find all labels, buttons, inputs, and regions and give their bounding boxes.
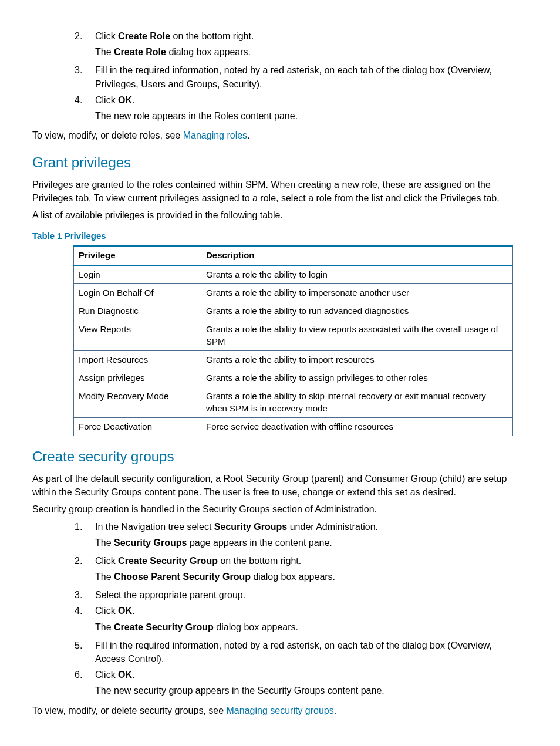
bold: OK: [118, 95, 132, 105]
step-number: 1: [75, 520, 95, 552]
text: The: [95, 47, 114, 57]
step-number: 6: [75, 668, 95, 700]
create-role-steps: 2 Click Create Role on the bottom right.…: [75, 29, 513, 125]
step-4: 4 Click OK. The new role appears in the …: [75, 93, 513, 125]
description-cell: Force service deactivation with offline …: [201, 417, 513, 436]
table-row: View ReportsGrants a role the ability to…: [74, 320, 513, 351]
managing-security-groups-link[interactable]: Managing security groups: [227, 706, 334, 715]
sg-p2: Security group creation is handled in th…: [32, 502, 513, 516]
step-2: 2 Click Create Role on the bottom right.…: [75, 29, 513, 61]
list-item: 6Click OK.The new security group appears…: [75, 668, 513, 700]
privilege-cell: Assign privileges: [74, 369, 201, 387]
col-description: Description: [201, 246, 513, 265]
privilege-cell: Modify Recovery Mode: [74, 387, 201, 418]
create-security-groups-heading: Create security groups: [32, 447, 513, 467]
description-cell: Grants a role the ability to skip intern…: [201, 387, 513, 418]
table-caption: Table 1 Privileges: [32, 229, 513, 242]
step-number: 4: [75, 604, 95, 636]
text: dialog box appears.: [166, 47, 251, 57]
text: To view, modify, or delete roles, see: [32, 130, 183, 140]
description-cell: Grants a role the ability to run advance…: [201, 302, 513, 320]
text: .: [132, 95, 134, 105]
privilege-cell: View Reports: [74, 320, 201, 351]
grant-privileges-heading: Grant privileges: [32, 153, 513, 173]
privilege-cell: Run Diagnostic: [74, 302, 201, 320]
privileges-table: Privilege Description LoginGrants a role…: [73, 245, 513, 436]
step-number: 3: [75, 63, 95, 90]
privilege-cell: Login On Behalf Of: [74, 283, 201, 302]
managing-roles-link[interactable]: Managing roles: [183, 130, 247, 140]
description-cell: Grants a role the ability to login: [201, 265, 513, 284]
sg-p1: As part of the default security configur…: [32, 472, 513, 499]
step-number: 2: [75, 554, 95, 586]
sg-footer: To view, modify, or delete security grou…: [32, 704, 513, 717]
table-row: Modify Recovery ModeGrants a role the ab…: [74, 387, 513, 418]
privilege-cell: Force Deactivation: [74, 417, 201, 436]
list-item: 2Click Create Security Group on the bott…: [75, 554, 513, 586]
list-item: 1In the Navigation tree select Security …: [75, 520, 513, 552]
step-number: 2: [75, 29, 95, 61]
grant-p1: Privileges are granted to the roles cont…: [32, 178, 513, 205]
description-cell: Grants a role the ability to assign priv…: [201, 369, 513, 387]
text: on the bottom right.: [170, 31, 254, 41]
text: Click: [95, 95, 118, 105]
step-number: 3: [75, 588, 95, 602]
step-3: 3 Fill in the required information, note…: [75, 63, 513, 90]
text: Fill in the required information, noted …: [95, 65, 492, 89]
table-row: Assign privilegesGrants a role the abili…: [74, 369, 513, 387]
table-row: Login On Behalf OfGrants a role the abil…: [74, 283, 513, 302]
table-row: Import ResourcesGrants a role the abilit…: [74, 350, 513, 369]
list-item: 4Click OK.The Create Security Group dial…: [75, 604, 513, 636]
step-number: 5: [75, 639, 95, 666]
security-group-steps: 1In the Navigation tree select Security …: [75, 520, 513, 700]
bold: Create Role: [118, 31, 170, 41]
description-cell: Grants a role the ability to import reso…: [201, 350, 513, 369]
table-row: LoginGrants a role the ability to login: [74, 265, 513, 284]
list-item: 3Select the appropriate parent group.: [75, 588, 513, 602]
text: To view, modify, or delete security grou…: [32, 706, 227, 715]
table-header-row: Privilege Description: [74, 246, 513, 265]
description-cell: Grants a role the ability to impersonate…: [201, 283, 513, 302]
table-row: Run DiagnosticGrants a role the ability …: [74, 302, 513, 320]
privilege-cell: Import Resources: [74, 350, 201, 369]
text: The new role appears in the Roles conten…: [95, 111, 298, 121]
bold: Create Role: [114, 47, 166, 57]
roles-footer: To view, modify, or delete roles, see Ma…: [32, 129, 513, 142]
grant-p2: A list of available privileges is provid…: [32, 208, 513, 222]
list-item: 5Fill in the required information, noted…: [75, 639, 513, 666]
privilege-cell: Login: [74, 265, 201, 284]
text: .: [334, 706, 336, 715]
text: Click: [95, 31, 118, 41]
description-cell: Grants a role the ability to view report…: [201, 320, 513, 351]
table-row: Force DeactivationForce service deactiva…: [74, 417, 513, 436]
col-privilege: Privilege: [74, 246, 201, 265]
step-number: 4: [75, 93, 95, 125]
text: .: [247, 130, 249, 140]
